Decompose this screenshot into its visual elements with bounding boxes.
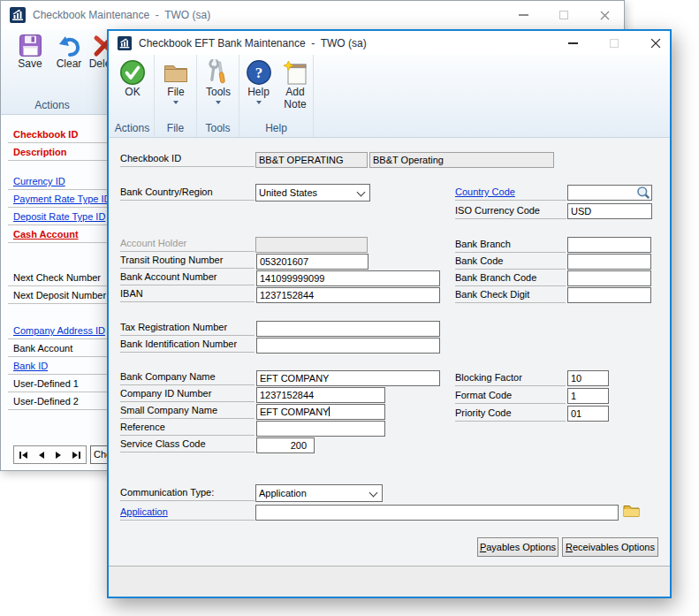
communication-type-dropdown[interactable]: Application: [255, 484, 383, 502]
application-label[interactable]: Application: [120, 506, 255, 521]
prompt-next-check-number: Next Check Number: [8, 270, 109, 286]
next-record-button[interactable]: [56, 452, 61, 459]
bank-account-number-field[interactable]: 141099999099: [256, 270, 440, 286]
desktop: Checkbook Maintenance - TWO (sa) Save Cl…: [0, 0, 699, 616]
record-nav-bar: [13, 445, 87, 464]
app-icon: [118, 36, 132, 50]
priority-code-field[interactable]: 01: [567, 406, 609, 422]
application-browse-button[interactable]: [623, 504, 640, 522]
bank-branch-label: Bank Branch: [455, 238, 566, 253]
format-code-field[interactable]: 1: [567, 388, 609, 404]
reference-label: Reference: [120, 421, 255, 436]
last-record-button[interactable]: [72, 452, 80, 459]
previous-record-button[interactable]: [39, 452, 44, 459]
prompt-user-defined-1: User-Defined 1: [8, 376, 109, 392]
save-button[interactable]: Save: [11, 34, 49, 70]
folder-icon: [163, 59, 189, 86]
application-path-field[interactable]: [255, 505, 619, 521]
eft-bank-maintenance-window: Checkbook EFT Bank Maintenance - TWO (sa…: [107, 29, 672, 598]
group-label-help: Help: [239, 122, 313, 134]
group-label-tools: Tools: [197, 122, 239, 134]
status-bar: [109, 566, 670, 597]
tools-label: Tools: [206, 86, 231, 98]
ok-icon: [119, 59, 146, 86]
priority-code-label: Priority Code: [455, 407, 566, 422]
add-note-icon: [282, 59, 308, 86]
prompt-payment-rate-type-id[interactable]: Payment Rate Type ID: [8, 192, 109, 208]
group-label-actions: Actions: [110, 122, 154, 134]
tax-registration-field[interactable]: [256, 321, 440, 337]
company-id-label: Company ID Number: [120, 387, 255, 402]
prompt-description: Description: [8, 145, 109, 161]
fg-minimize-button[interactable]: [559, 32, 586, 55]
chevron-down-icon: [173, 101, 179, 104]
fg-maximize-button[interactable]: [601, 32, 627, 55]
prompt-user-defined-2: User-Defined 2: [8, 394, 109, 410]
iso-currency-field[interactable]: USD: [567, 203, 652, 219]
bank-code-field[interactable]: [567, 254, 651, 270]
checkbook-description-field: BB&T Operating: [369, 152, 554, 168]
prompt-bank-id[interactable]: Bank ID: [8, 359, 109, 375]
bank-code-label: Bank Code: [455, 255, 566, 270]
transit-routing-label: Transit Routing Number: [120, 254, 255, 269]
blocking-factor-field[interactable]: 10: [567, 370, 609, 386]
country-code-lookup-button[interactable]: [636, 186, 650, 203]
bg-close-button[interactable]: [591, 4, 618, 27]
help-button[interactable]: ? Help: [240, 59, 277, 104]
file-label: File: [167, 86, 184, 98]
bank-country-dropdown[interactable]: United States: [255, 184, 370, 202]
communication-type-label: Communication Type:: [120, 486, 255, 501]
small-company-name-label: Small Company Name: [120, 404, 255, 419]
file-button[interactable]: File: [156, 59, 195, 104]
small-company-name-field[interactable]: EFT COMPANY: [256, 404, 385, 420]
prompt-cash-account[interactable]: Cash Account: [8, 227, 109, 243]
country-code-label[interactable]: Country Code: [455, 186, 566, 201]
tax-registration-label: Tax Registration Number: [120, 321, 255, 336]
ok-label: OK: [125, 86, 140, 98]
close-icon: [600, 11, 610, 20]
checkbook-id-field: BB&T OPERATING: [255, 152, 368, 168]
magnifier-icon: [636, 186, 650, 200]
add-note-button[interactable]: Add Note: [277, 59, 314, 110]
tools-button[interactable]: Tools: [199, 59, 238, 104]
transit-routing-field[interactable]: 053201607: [256, 254, 368, 270]
ok-button[interactable]: OK: [113, 59, 152, 98]
blocking-factor-label: Blocking Factor: [455, 371, 566, 386]
bank-account-number-label: Bank Account Number: [120, 270, 255, 285]
prompt-deposit-rate-type-id[interactable]: Deposit Rate Type ID: [8, 209, 109, 225]
chevron-down-icon: [357, 188, 366, 197]
receivables-options-button[interactable]: Receivables Options: [562, 537, 658, 557]
first-record-button[interactable]: [19, 452, 27, 459]
prompt-checkbook-id: Checkbook ID: [8, 127, 109, 143]
checkbook-id-label: Checkbook ID: [120, 152, 255, 167]
fg-close-button[interactable]: [642, 32, 669, 55]
prompt-currency-id[interactable]: Currency ID: [8, 174, 109, 190]
chevron-down-icon: [369, 489, 378, 498]
clear-icon: [57, 34, 81, 57]
bg-maximize-button[interactable]: [551, 4, 577, 27]
bank-check-digit-field[interactable]: [567, 287, 651, 303]
iban-field[interactable]: 1237152844: [256, 287, 440, 303]
reference-field[interactable]: [256, 421, 385, 437]
account-holder-label: Account Holder: [120, 237, 255, 252]
add-note-label-1: Add: [285, 86, 304, 98]
folder-icon: [623, 504, 640, 519]
fg-window-title: Checkbook EFT Bank Maintenance - TWO (sa…: [139, 37, 367, 49]
add-note-label-2: Note: [284, 98, 306, 110]
format-code-label: Format Code: [455, 389, 566, 404]
payables-options-button[interactable]: Payables Options: [477, 537, 558, 557]
ribbon-group-help: ? Help Add Note Help: [239, 55, 314, 137]
company-id-field[interactable]: 1237152844: [256, 387, 385, 403]
bank-branch-field[interactable]: [567, 237, 651, 253]
prompt-company-address-id[interactable]: Company Address ID: [8, 323, 109, 339]
ribbon-group-file: File File: [155, 55, 197, 137]
bank-identification-field[interactable]: [256, 338, 440, 354]
service-class-field[interactable]: 200: [256, 437, 315, 453]
prompt-bank-account: Bank Account: [8, 341, 109, 357]
app-icon: [10, 7, 26, 23]
bg-minimize-button[interactable]: [510, 4, 536, 27]
bank-branch-code-field[interactable]: [567, 270, 651, 286]
bank-company-name-field[interactable]: EFT COMPANY: [256, 370, 440, 386]
iban-label: IBAN: [120, 287, 255, 302]
help-label: Help: [247, 86, 270, 98]
